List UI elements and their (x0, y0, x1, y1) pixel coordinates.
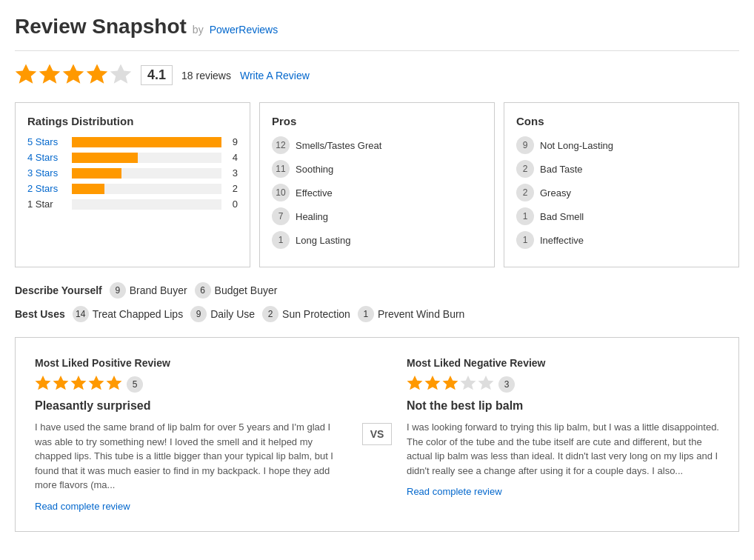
pros-rows: 12 Smells/Tastes Great 11 Soothing 10 Ef… (272, 136, 482, 249)
dist-label[interactable]: 5 Stars (27, 136, 66, 147)
page-header: Review Snapshot by PowerReviews (15, 15, 739, 51)
negative-review-col: Most Liked Negative Review 3 Not the bes… (399, 350, 727, 519)
pros-label: Effective (296, 187, 333, 199)
cons-row: 2 Greasy (516, 184, 727, 201)
dist-row: 3 Stars 3 (27, 167, 238, 179)
cons-count: 2 (516, 160, 534, 178)
best-use-label: Treat Chapped Lips (93, 308, 183, 320)
pros-count: 12 (272, 136, 290, 154)
vs-divider: VS (355, 350, 399, 519)
dist-label[interactable]: 2 Stars (27, 183, 66, 194)
three-col-section: Ratings Distribution 5 Stars 9 4 Stars 4… (15, 102, 739, 267)
pros-count: 7 (272, 207, 290, 225)
positive-review-text: I have used the same brand of lip balm f… (35, 420, 347, 493)
cons-count: 9 (516, 136, 534, 154)
best-use-count: 9 (190, 306, 207, 322)
positive-review-stars (35, 375, 122, 393)
reviews-section: Most Liked Positive Review 5 Pleasantly … (15, 337, 739, 532)
svg-marker-3 (87, 64, 108, 84)
svg-marker-13 (461, 376, 476, 390)
pros-title: Pros (272, 115, 482, 127)
svg-marker-5 (36, 376, 51, 390)
negative-read-more-link[interactable]: Read complete review (407, 486, 502, 497)
pros-label: Smells/Tastes Great (296, 140, 381, 151)
dist-count: 4 (227, 152, 238, 163)
pros-row: 1 Long Lasting (272, 231, 482, 249)
dist-bar-fill (72, 168, 121, 179)
cons-count: 1 (516, 231, 534, 249)
svg-marker-8 (89, 376, 104, 390)
powered-by-link[interactable]: PowerReviews (210, 24, 278, 36)
describe-count: 9 (110, 282, 126, 299)
star-2 (53, 375, 69, 393)
best-uses-row: Best Uses 14 Treat Chapped Lips 9 Daily … (15, 306, 739, 322)
star-2 (424, 375, 441, 393)
negative-review-label: Most Liked Negative Review (407, 357, 719, 369)
pros-box: Pros 12 Smells/Tastes Great 11 Soothing … (259, 102, 495, 267)
rating-value: 4.1 (141, 65, 173, 85)
describe-yourself-row: Describe Yourself 9 Brand Buyer 6 Budget… (15, 282, 739, 299)
dist-label[interactable]: 4 Stars (27, 152, 66, 163)
best-use-item: 1 Prevent Wind Burn (358, 306, 465, 322)
dist-count: 0 (227, 199, 238, 210)
dist-count: 9 (227, 136, 238, 147)
cons-label: Ineffective (540, 235, 584, 246)
negative-review-stars-row: 3 (407, 375, 719, 393)
star-2 (39, 63, 61, 87)
star-3 (62, 63, 84, 87)
positive-review-title: Pleasantly surprised (35, 399, 347, 413)
negative-review-stars (407, 375, 494, 393)
dist-row: 5 Stars 9 (27, 136, 238, 147)
best-use-item: 2 Sun Protection (262, 306, 350, 322)
best-use-item: 9 Daily Use (190, 306, 255, 322)
dist-bar-fill (72, 184, 104, 194)
positive-read-more-link[interactable]: Read complete review (35, 501, 130, 512)
pros-row: 10 Effective (272, 184, 482, 201)
dist-count: 2 (227, 183, 238, 194)
cons-count: 2 (516, 184, 534, 201)
positive-review-label: Most Liked Positive Review (35, 357, 347, 369)
best-use-count: 1 (358, 306, 374, 322)
cons-label: Bad Smell (540, 211, 584, 222)
best-use-label: Prevent Wind Burn (378, 308, 465, 320)
pros-label: Long Lasting (296, 235, 350, 246)
vs-label: VS (362, 423, 393, 445)
rating-row: 4.1 18 reviews Write A Review (15, 63, 739, 87)
star-1 (35, 375, 51, 393)
cons-title: Cons (516, 115, 727, 127)
review-count: 18 reviews (181, 70, 231, 81)
svg-marker-4 (110, 64, 132, 84)
write-review-link[interactable]: Write A Review (240, 70, 310, 81)
cons-count: 1 (516, 207, 534, 225)
negative-review-badge: 3 (498, 376, 515, 393)
cons-label: Not Long-Lasting (540, 140, 613, 151)
star-1 (407, 375, 423, 393)
dist-label[interactable]: 3 Stars (27, 167, 66, 179)
star-4 (86, 63, 108, 87)
best-use-item: 14 Treat Chapped Lips (73, 306, 183, 322)
dist-row: 1 Star 0 (27, 199, 238, 210)
best-use-label: Daily Use (210, 308, 255, 320)
star-5 (478, 375, 494, 393)
svg-marker-9 (107, 376, 122, 390)
dist-count: 3 (227, 167, 238, 179)
pros-row: 12 Smells/Tastes Great (272, 136, 482, 154)
star-4 (88, 375, 104, 393)
star-5 (110, 63, 132, 87)
cons-box: Cons 9 Not Long-Lasting 2 Bad Taste 2 Gr… (504, 102, 739, 267)
dist-bar-bg (72, 199, 221, 210)
dist-row: 2 Stars 2 (27, 183, 238, 194)
by-text: by (193, 24, 204, 36)
best-uses-items: 14 Treat Chapped Lips 9 Daily Use 2 Sun … (73, 306, 465, 322)
dist-row: 4 Stars 4 (27, 152, 238, 163)
negative-review-text: I was looking forward to trying this lip… (407, 420, 719, 478)
dist-bar-fill (72, 153, 138, 163)
pros-count: 11 (272, 160, 290, 178)
describe-yourself-title: Describe Yourself (15, 284, 102, 296)
dist-label: 1 Star (27, 199, 66, 210)
star-3 (442, 375, 458, 393)
best-use-count: 2 (262, 306, 278, 322)
star-rating-display (15, 63, 132, 87)
describe-item: 9 Brand Buyer (110, 282, 187, 299)
cons-row: 2 Bad Taste (516, 160, 727, 178)
